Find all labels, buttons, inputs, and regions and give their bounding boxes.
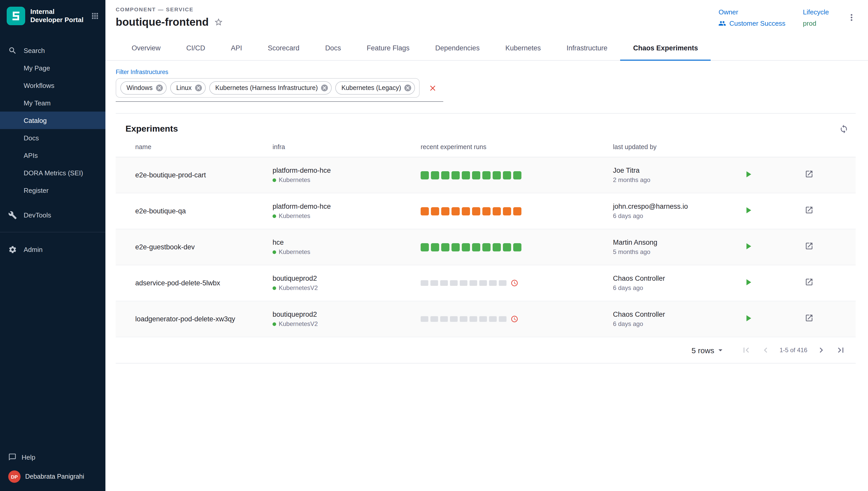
kebab-menu-icon[interactable] [846,12,857,23]
tab-ci-cd[interactable]: CI/CD [174,36,218,61]
run-cell-success[interactable] [513,243,521,251]
help-button[interactable]: Help [8,453,97,461]
run-cell-empty[interactable] [479,316,487,322]
run-cell-empty[interactable] [499,280,507,286]
run-cell-success[interactable] [472,171,480,179]
run-cell-empty[interactable] [460,316,467,322]
sidebar-item-devtools[interactable]: DevTools [0,206,106,224]
open-in-new-icon[interactable] [805,170,813,178]
tab-dependencies[interactable]: Dependencies [423,36,493,61]
run-experiment-button[interactable] [743,241,753,251]
tab-api[interactable]: API [218,36,255,61]
clear-filters-icon[interactable] [428,84,437,92]
apps-grid-icon[interactable] [90,11,99,21]
filter-chip-kubernetes-legacy[interactable]: Kubernetes (Legacy) [335,81,415,95]
filter-label[interactable]: Filter Infrastructures [116,69,856,75]
next-page-button[interactable] [816,345,826,355]
favorite-star-icon[interactable] [214,18,223,27]
tab-kubernetes[interactable]: Kubernetes [492,36,554,61]
previous-page-button[interactable] [760,345,771,355]
sidebar-item-workflows[interactable]: Workflows [0,77,106,94]
sidebar-item-register[interactable]: Register [0,181,106,199]
run-cell-warning[interactable] [441,207,450,215]
run-cell-success[interactable] [431,171,439,179]
refresh-icon[interactable] [839,124,848,134]
run-cell-empty[interactable] [450,280,458,286]
run-experiment-button[interactable] [743,205,753,215]
run-cell-success[interactable] [482,171,491,179]
run-cell-success[interactable] [441,243,450,251]
run-cell-warning[interactable] [421,207,429,215]
run-cell-warning[interactable] [472,207,480,215]
run-cell-success[interactable] [431,243,439,251]
run-cell-empty[interactable] [430,316,438,322]
run-cell-success[interactable] [421,243,429,251]
run-cell-empty[interactable] [440,280,448,286]
sidebar-item-admin[interactable]: Admin [0,241,106,258]
open-in-new-icon[interactable] [805,242,813,250]
run-cell-success[interactable] [421,171,429,179]
run-experiment-button[interactable] [743,277,753,287]
run-cell-empty[interactable] [499,316,507,322]
sidebar-item-my-page[interactable]: My Page [0,59,106,77]
run-cell-empty[interactable] [469,316,477,322]
run-cell-empty[interactable] [479,280,487,286]
run-cell-success[interactable] [493,243,501,251]
run-cell-empty[interactable] [450,316,458,322]
run-cell-success[interactable] [452,243,460,251]
tab-infrastructure[interactable]: Infrastructure [554,36,620,61]
run-cell-success[interactable] [513,171,521,179]
run-cell-warning[interactable] [503,207,511,215]
first-page-button[interactable] [741,345,751,355]
sidebar-item-docs[interactable]: Docs [0,129,106,147]
sidebar-item-dora-metrics[interactable]: DORA Metrics (SEI) [0,164,106,181]
owner-label[interactable]: Owner [719,8,785,16]
open-in-new-icon[interactable] [805,314,813,322]
chip-delete-icon[interactable] [320,84,328,92]
rows-per-page-select[interactable]: 5 rows [692,346,725,355]
run-cell-empty[interactable] [460,280,467,286]
owner-link[interactable]: Customer Success [719,20,785,27]
sidebar-item-catalog[interactable]: Catalog [0,112,106,129]
run-experiment-button[interactable] [743,169,753,179]
run-cell-success[interactable] [503,171,511,179]
user-menu[interactable]: DP Debabrata Panigrahi [8,470,97,483]
run-cell-success[interactable] [462,243,470,251]
run-cell-warning[interactable] [431,207,439,215]
tab-scorecard[interactable]: Scorecard [255,36,312,61]
run-cell-success[interactable] [452,171,460,179]
run-cell-empty[interactable] [469,280,477,286]
sidebar-item-search[interactable]: Search [0,41,106,59]
tab-docs[interactable]: Docs [312,36,354,61]
run-experiment-button[interactable] [743,313,753,323]
chip-delete-icon[interactable] [155,84,163,92]
lifecycle-label[interactable]: Lifecycle [803,8,829,16]
chip-delete-icon[interactable] [404,84,412,92]
run-cell-success[interactable] [472,243,480,251]
filter-chip-linux[interactable]: Linux [170,81,205,95]
open-in-new-icon[interactable] [805,278,813,286]
run-cell-empty[interactable] [421,316,428,322]
tab-chaos-experiments[interactable]: Chaos Experiments [620,36,711,61]
tab-overview[interactable]: Overview [119,36,174,61]
sidebar-item-my-team[interactable]: My Team [0,94,106,112]
run-cell-warning[interactable] [452,207,460,215]
run-cell-success[interactable] [493,171,501,179]
run-cell-empty[interactable] [489,280,497,286]
run-cell-empty[interactable] [489,316,497,322]
filter-chip-kubernetes-harness-infrastructure[interactable]: Kubernetes (Harness Infrastructure) [209,81,332,95]
sidebar-item-apis[interactable]: APIs [0,147,106,164]
run-cell-empty[interactable] [430,280,438,286]
run-cell-success[interactable] [462,171,470,179]
run-cell-success[interactable] [441,171,450,179]
filter-chip-windows[interactable]: Windows [120,81,166,95]
filter-input[interactable]: Windows Linux Kubernetes (Harness Infras… [116,78,443,102]
run-cell-success[interactable] [503,243,511,251]
run-cell-warning[interactable] [513,207,521,215]
last-page-button[interactable] [836,345,846,355]
run-cell-empty[interactable] [421,280,428,286]
run-cell-success[interactable] [482,243,491,251]
run-cell-warning[interactable] [482,207,491,215]
open-in-new-icon[interactable] [805,206,813,214]
run-cell-warning[interactable] [462,207,470,215]
